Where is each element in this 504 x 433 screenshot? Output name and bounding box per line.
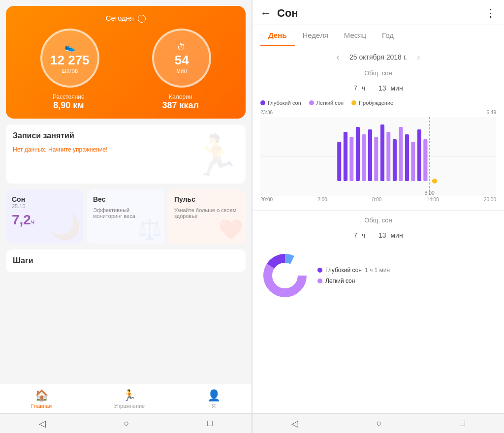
tab-year[interactable]: Год [374, 25, 402, 46]
donut-light: Легкий сон [317, 278, 394, 284]
chart-bottom-1: 2:00 [317, 197, 327, 202]
svg-rect-30 [421, 117, 423, 196]
sys-home-right[interactable]: ○ [377, 418, 382, 429]
pulse-bg-icon: ❤️ [219, 218, 243, 241]
tab-month[interactable]: Месяц [336, 25, 374, 46]
svg-rect-24 [384, 117, 386, 196]
next-date-button[interactable]: › [417, 51, 420, 62]
sys-recent-left[interactable]: □ [207, 418, 213, 429]
time-number: 54 [175, 54, 189, 66]
chart-bottom-2: 8:00 [372, 197, 381, 202]
more-button[interactable]: ⋮ [485, 7, 496, 20]
pulse-card-text: Узнайте больше о своем здоровье [174, 207, 240, 219]
sleep-detail-label: Общ. сон [260, 216, 496, 224]
donut-deep-dot [317, 268, 322, 273]
weight-card[interactable]: Вес Эффективный мониторинг веса ⚖️ [87, 189, 164, 244]
profile-icon: 👤 [207, 389, 220, 402]
light-sleep-dot [309, 100, 314, 105]
time-unit: мин [176, 67, 187, 74]
svg-rect-10 [386, 132, 390, 181]
calories-label: Калории [162, 93, 199, 100]
pulse-card[interactable]: Пульс Узнайте больше о своем здоровье ❤️ [168, 189, 246, 244]
svg-rect-19 [354, 117, 356, 196]
sleep-card[interactable]: Сон 25.10 7,2ч 🌙 [6, 189, 83, 244]
chart-bottom-4: 20:00 [484, 197, 496, 202]
info-icon[interactable]: i [138, 15, 146, 23]
steps-section-title: Шаги [13, 256, 239, 265]
chart-labels-bottom: 20:00 2:00 8:00 14:00 20:00 [260, 197, 496, 202]
time-icon: ⏱ [177, 42, 186, 53]
sleep-card-title: Сон [12, 195, 77, 203]
svg-rect-3 [344, 132, 347, 181]
wake-dot [351, 100, 356, 105]
svg-rect-16 [423, 139, 427, 181]
svg-rect-5 [356, 127, 360, 181]
steps-icon: 👟 [64, 42, 75, 53]
sleep-hours-top: 7 [353, 84, 357, 92]
pulse-card-title: Пульс [174, 195, 240, 203]
svg-rect-27 [403, 117, 405, 196]
sleep-value-unit: ч [31, 218, 34, 226]
sleep-value-top: 7 ч 13 мин [260, 77, 496, 94]
sleep-detail-section: Общ. сон 7 ч 13 мин [252, 210, 504, 247]
svg-rect-17 [342, 117, 344, 196]
activity-card[interactable]: Записи занятий Нет данных. Начните упраж… [6, 124, 246, 184]
time-stat: ⏱ 54 мин [152, 29, 211, 88]
chart-time-start: 23:36 [260, 110, 273, 115]
chart-labels-top: 23:36 6:49 [260, 110, 496, 115]
donut-legend: Глубокий сон 1 ч 1 мин Легкий сон [317, 267, 394, 284]
tabs-row: День Неделя Месяц Год [252, 25, 504, 46]
nav-me[interactable]: 👤 Я [207, 389, 220, 409]
donut-light-dot [317, 278, 322, 283]
stats-card: Сегодня i 👟 12 275 шагов ⏱ 54 мин [6, 6, 246, 119]
distance-value: 8,90 км [53, 100, 85, 111]
sleep-label-top: Общ. сон [260, 69, 496, 77]
chart-bottom-0: 20:00 [260, 197, 273, 202]
svg-rect-29 [415, 117, 417, 196]
nav-home[interactable]: 🏠 Главная [31, 389, 52, 409]
svg-rect-9 [380, 124, 384, 181]
svg-rect-15 [417, 129, 421, 181]
donut-chart [260, 251, 310, 300]
back-button[interactable]: ← [260, 7, 271, 20]
nav-exercise[interactable]: 🏃 Упражнение [114, 389, 145, 409]
svg-rect-14 [411, 142, 415, 181]
nav-home-label: Главная [31, 403, 52, 409]
distance-stat: Расстояние 8,90 км [53, 93, 85, 111]
prev-date-button[interactable]: ‹ [336, 51, 340, 62]
svg-rect-7 [368, 129, 372, 181]
nav-me-label: Я [212, 403, 216, 409]
sys-recent-right[interactable]: □ [460, 418, 465, 429]
sys-home-left[interactable]: ○ [124, 418, 129, 429]
chart-svg-wrapper: 8:00 [260, 117, 496, 196]
svg-rect-18 [347, 117, 349, 196]
wake-label: Пробуждение [359, 100, 393, 106]
home-icon: 🏠 [35, 389, 48, 402]
tab-day[interactable]: День [260, 25, 295, 46]
left-system-nav: ◁ ○ □ [0, 413, 252, 433]
sleep-h-unit-top: ч [362, 84, 365, 92]
sleep-detail-m-unit: мин [390, 231, 403, 239]
sleep-summary-top: Общ. сон 7 ч 13 мин [252, 67, 504, 96]
sleep-m-unit-top: мин [390, 84, 403, 92]
nav-exercise-label: Упражнение [114, 403, 145, 409]
sleep-detail-hours: 7 [353, 231, 357, 239]
donut-deep-time: 1 ч 1 мин [365, 267, 394, 274]
svg-rect-2 [337, 142, 341, 181]
steps-number: 12 275 [50, 54, 90, 66]
svg-rect-28 [409, 117, 411, 196]
tab-week[interactable]: Неделя [295, 25, 336, 46]
current-date: 25 октября 2018 г. [349, 53, 407, 61]
steps-unit: шагов [62, 67, 78, 74]
right-header: ← Сон ⋮ [252, 0, 504, 25]
weight-bg-icon: ⚖️ [137, 218, 162, 241]
sleep-value-number: 7,2 [12, 212, 31, 227]
svg-rect-13 [405, 134, 409, 181]
bottom-stats: Расстояние 8,90 км Калории 387 ккал [14, 93, 238, 111]
sys-back-right[interactable]: ◁ [291, 418, 298, 429]
donut-deep-label: Глубокий сон [325, 267, 362, 274]
sys-back-left[interactable]: ◁ [39, 418, 46, 429]
steps-section[interactable]: Шаги [6, 249, 246, 272]
bottom-nav: 🏠 Главная 🏃 Упражнение 👤 Я [0, 384, 252, 413]
svg-rect-21 [366, 117, 368, 196]
